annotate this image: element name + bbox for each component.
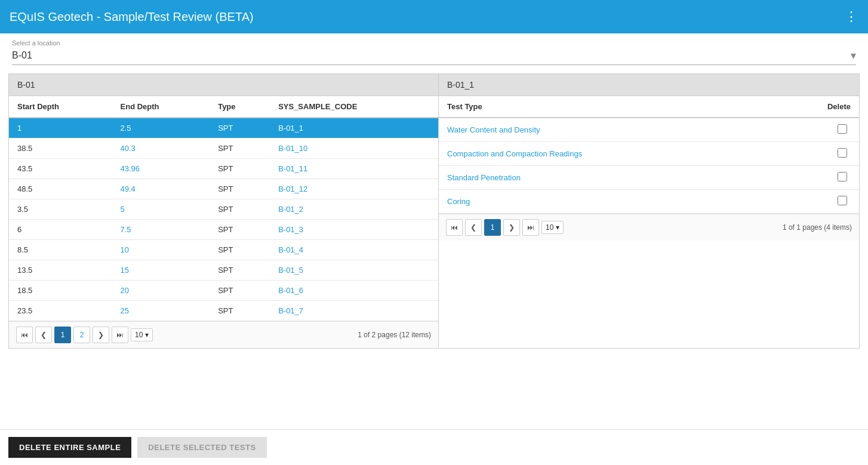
right-pagination: ⏮ ❮ 1 ❯ ⏭ 10 ▾ 1 of 1 pages (4 items) xyxy=(439,214,859,241)
delete-checkbox[interactable] xyxy=(838,196,847,205)
cell-end-depth: 10 xyxy=(112,240,210,260)
location-value: B-01 xyxy=(12,50,851,61)
left-panel-header: B-01 xyxy=(9,74,438,96)
right-page-first[interactable]: ⏮ xyxy=(446,219,463,236)
table-row[interactable]: 18.5 20 SPT B-01_6 xyxy=(9,281,438,301)
left-page-1[interactable]: 1 xyxy=(54,327,71,343)
cell-start-depth: 3.5 xyxy=(9,199,112,220)
samples-table-body: 1 2.5 SPT B-01_1 38.5 40.3 SPT B-01_10 4… xyxy=(9,118,438,321)
table-row[interactable]: 43.5 43.96 SPT B-01_11 xyxy=(9,159,438,179)
list-item[interactable]: Coring xyxy=(439,190,859,214)
location-select[interactable]: B-01 ▾ xyxy=(12,49,856,65)
tests-table: Test Type Delete Water Content and Densi… xyxy=(439,96,859,214)
right-panel-header: B-01_1 xyxy=(439,74,859,96)
left-page-2[interactable]: 2 xyxy=(73,327,90,343)
list-item[interactable]: Water Content and Density xyxy=(439,118,859,142)
cell-end-depth: 7.5 xyxy=(112,220,210,240)
cell-start-depth: 48.5 xyxy=(9,179,112,199)
cell-start-depth: 23.5 xyxy=(9,301,112,321)
right-per-page-arrow: ▾ xyxy=(556,223,559,232)
right-per-page[interactable]: 10 ▾ xyxy=(541,221,564,234)
cell-start-depth: 13.5 xyxy=(9,260,112,281)
cell-end-depth: 15 xyxy=(112,260,210,281)
cell-end-depth: 40.3 xyxy=(112,138,210,159)
col-end-depth: End Depth xyxy=(112,96,210,118)
cell-sample-code: B-01_10 xyxy=(270,138,438,159)
table-row[interactable]: 3.5 5 SPT B-01_2 xyxy=(9,199,438,220)
cell-end-depth: 5 xyxy=(112,199,210,220)
table-row[interactable]: 8.5 10 SPT B-01_4 xyxy=(9,240,438,260)
cell-start-depth: 18.5 xyxy=(9,281,112,301)
menu-icon[interactable]: ⋮ xyxy=(845,9,858,24)
cell-end-depth: 25 xyxy=(112,301,210,321)
left-page-last[interactable]: ⏭ xyxy=(112,327,128,343)
location-label: Select a location xyxy=(12,39,856,47)
main-content: B-01 Start Depth End Depth Type SYS_SAMP… xyxy=(0,73,868,357)
col-type: Type xyxy=(210,96,270,118)
cell-type: SPT xyxy=(210,159,270,179)
cell-delete-checkbox[interactable] xyxy=(771,166,859,190)
left-per-page-arrow: ▾ xyxy=(145,331,149,339)
list-item[interactable]: Compaction and Compaction Readings xyxy=(439,142,859,166)
cell-start-depth: 38.5 xyxy=(9,138,112,159)
table-row[interactable]: 6 7.5 SPT B-01_3 xyxy=(9,220,438,240)
cell-type: SPT xyxy=(210,240,270,260)
cell-sample-code: B-01_3 xyxy=(270,220,438,240)
cell-start-depth: 6 xyxy=(9,220,112,240)
table-row[interactable]: 38.5 40.3 SPT B-01_10 xyxy=(9,138,438,159)
cell-start-depth: 1 xyxy=(9,118,112,138)
cell-sample-code: B-01_1 xyxy=(270,118,438,138)
cell-sample-code: B-01_2 xyxy=(270,199,438,220)
location-section: Select a location B-01 ▾ xyxy=(0,33,868,73)
tests-table-header-row: Test Type Delete xyxy=(439,96,859,118)
cell-type: SPT xyxy=(210,301,270,321)
delete-checkbox[interactable] xyxy=(838,148,847,158)
cell-delete-checkbox[interactable] xyxy=(771,142,859,166)
col-sample-code: SYS_SAMPLE_CODE xyxy=(270,96,438,118)
cell-end-depth: 20 xyxy=(112,281,210,301)
cell-sample-code: B-01_7 xyxy=(270,301,438,321)
cell-type: SPT xyxy=(210,179,270,199)
left-panel: B-01 Start Depth End Depth Type SYS_SAMP… xyxy=(8,73,438,349)
left-per-page-value: 10 xyxy=(135,331,143,339)
right-page-prev[interactable]: ❮ xyxy=(465,219,482,236)
table-row[interactable]: 13.5 15 SPT B-01_5 xyxy=(9,260,438,281)
location-dropdown-arrow: ▾ xyxy=(851,49,856,62)
cell-test-type: Coring xyxy=(439,190,771,214)
tests-table-body: Water Content and Density Compaction and… xyxy=(439,118,859,214)
right-page-1[interactable]: 1 xyxy=(484,219,501,236)
right-panel: B-01_1 Test Type Delete Water Content an… xyxy=(438,73,860,349)
table-row[interactable]: 1 2.5 SPT B-01_1 xyxy=(9,118,438,138)
cell-type: SPT xyxy=(210,260,270,281)
table-row[interactable]: 48.5 49.4 SPT B-01_12 xyxy=(9,179,438,199)
cell-sample-code: B-01_12 xyxy=(270,179,438,199)
samples-table-header-row: Start Depth End Depth Type SYS_SAMPLE_CO… xyxy=(9,96,438,118)
left-page-next[interactable]: ❯ xyxy=(93,327,109,343)
cell-sample-code: B-01_5 xyxy=(270,260,438,281)
cell-delete-checkbox[interactable] xyxy=(771,190,859,214)
left-page-info: 1 of 2 pages (12 items) xyxy=(358,331,431,339)
cell-type: SPT xyxy=(210,220,270,240)
cell-end-depth: 49.4 xyxy=(112,179,210,199)
right-page-info: 1 of 1 pages (4 items) xyxy=(783,223,852,232)
delete-checkbox[interactable] xyxy=(838,124,847,134)
cell-sample-code: B-01_4 xyxy=(270,240,438,260)
col-delete: Delete xyxy=(771,96,859,118)
table-row[interactable]: 23.5 25 SPT B-01_7 xyxy=(9,301,438,321)
right-page-last[interactable]: ⏭ xyxy=(522,219,539,236)
cell-test-type: Compaction and Compaction Readings xyxy=(439,142,771,166)
list-item[interactable]: Standard Penetration xyxy=(439,166,859,190)
samples-table: Start Depth End Depth Type SYS_SAMPLE_CO… xyxy=(9,96,438,321)
cell-delete-checkbox[interactable] xyxy=(771,118,859,142)
cell-sample-code: B-01_11 xyxy=(270,159,438,179)
cell-type: SPT xyxy=(210,281,270,301)
cell-type: SPT xyxy=(210,118,270,138)
col-start-depth: Start Depth xyxy=(9,96,112,118)
right-page-next[interactable]: ❯ xyxy=(503,219,520,236)
left-page-first[interactable]: ⏮ xyxy=(16,327,33,343)
left-per-page[interactable]: 10 ▾ xyxy=(131,328,153,341)
cell-test-type: Standard Penetration xyxy=(439,166,771,190)
cell-start-depth: 8.5 xyxy=(9,240,112,260)
delete-checkbox[interactable] xyxy=(838,172,847,181)
left-page-prev[interactable]: ❮ xyxy=(35,327,52,343)
